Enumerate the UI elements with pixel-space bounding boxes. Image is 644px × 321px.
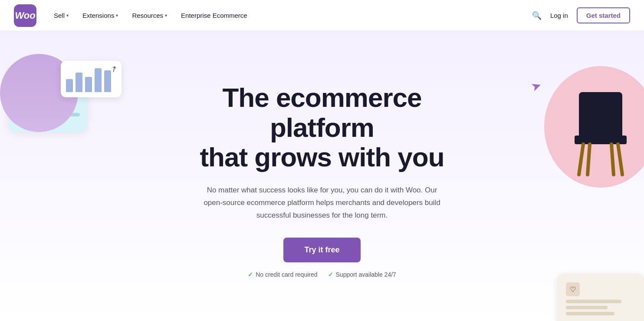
get-started-button[interactable]: Get started xyxy=(577,7,630,23)
chair-image xyxy=(566,83,635,181)
resources-chevron-icon: ▾ xyxy=(165,13,167,18)
bar-4 xyxy=(95,68,102,92)
cushion-line-2 xyxy=(566,306,608,309)
heart-icon: ♡ xyxy=(566,282,580,296)
svg-line-5 xyxy=(611,144,614,175)
sell-chevron-icon: ▾ xyxy=(66,13,69,18)
nav-extensions[interactable]: Extensions ▾ xyxy=(82,12,118,19)
search-icon[interactable]: 🔍 xyxy=(532,11,542,20)
svg-rect-0 xyxy=(579,92,622,140)
cushion-line-1 xyxy=(566,300,621,303)
hero-center: The ecommerce platform that grows with y… xyxy=(166,57,478,295)
hero-right-decoration: ➤ ♡ xyxy=(514,66,644,309)
hero-section: + ↗ The ecommerce platform that gro xyxy=(0,31,644,321)
nav-links: Sell ▾ Extensions ▾ Resources ▾ Enterpri… xyxy=(54,12,532,19)
nav-sell[interactable]: Sell ▾ xyxy=(54,12,69,19)
chart-card: ↗ xyxy=(61,61,122,97)
chart-bars xyxy=(66,66,116,92)
login-link[interactable]: Log in xyxy=(550,12,568,19)
hero-left-decoration: + ↗ xyxy=(0,66,104,132)
check-icon-1: ✓ xyxy=(248,271,253,278)
navbar: Woo Sell ▾ Extensions ▾ Resources ▾ Ente… xyxy=(0,0,644,31)
hero-badges: ✓ No credit card required ✓ Support avai… xyxy=(174,271,470,278)
svg-line-2 xyxy=(579,144,583,175)
chair-svg xyxy=(566,83,635,179)
bar-2 xyxy=(76,73,82,92)
extensions-chevron-icon: ▾ xyxy=(116,13,118,18)
nav-right: 🔍 Log in Get started xyxy=(532,7,630,23)
try-free-button[interactable]: Try it free xyxy=(283,238,360,262)
logo[interactable]: Woo xyxy=(14,4,36,27)
cushion-card: ♡ xyxy=(557,274,644,321)
nav-enterprise[interactable]: Enterprise Ecommerce xyxy=(181,12,247,19)
support-badge: ✓ Support available 24/7 xyxy=(328,271,396,278)
hero-subtitle: No matter what success looks like for yo… xyxy=(200,184,444,222)
cushion-lines xyxy=(566,300,635,315)
cushion-line-3 xyxy=(566,312,614,315)
nav-resources[interactable]: Resources ▾ xyxy=(132,12,167,19)
hero-title: The ecommerce platform that grows with y… xyxy=(174,83,470,172)
bar-5 xyxy=(104,70,111,92)
bar-1 xyxy=(66,79,73,92)
svg-line-4 xyxy=(588,144,590,175)
no-credit-card-badge: ✓ No credit card required xyxy=(248,271,317,278)
logo-box: Woo xyxy=(14,4,36,27)
check-icon-2: ✓ xyxy=(328,271,333,278)
bar-3 xyxy=(85,77,92,92)
arrow-decoration-icon: ➤ xyxy=(529,78,543,95)
svg-line-3 xyxy=(618,144,622,175)
logo-text: Woo xyxy=(15,10,35,21)
